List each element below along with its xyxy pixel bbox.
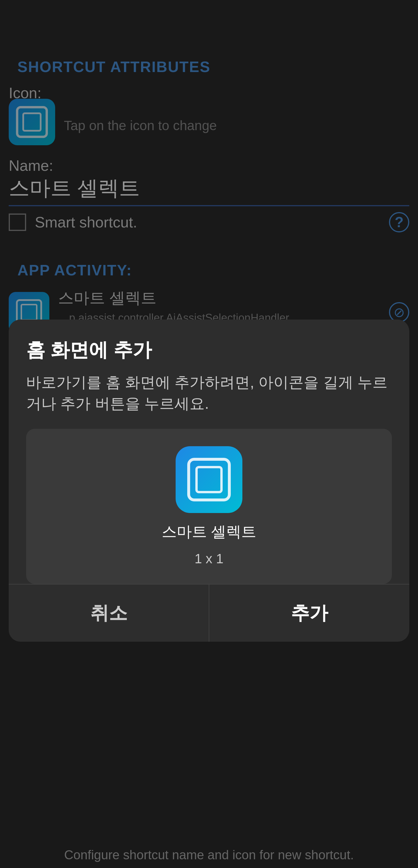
large-app-icon-inner bbox=[187, 458, 231, 501]
app-icon-inner bbox=[16, 106, 48, 138]
icon-preview-name: 스마트 셀렉트 bbox=[162, 522, 256, 542]
name-input-container[interactable]: 스마트 셀렉트 bbox=[9, 174, 409, 206]
smart-shortcut-label: Smart shortcut. bbox=[35, 214, 380, 231]
icon-tap-hint: Tap on the icon to change bbox=[64, 118, 217, 133]
app-icon-preview[interactable] bbox=[9, 99, 55, 145]
smart-shortcut-row: Smart shortcut. ? bbox=[9, 212, 409, 232]
add-confirm-button[interactable]: 추가 bbox=[209, 585, 409, 642]
shortcut-attributes-title: SHORTCUT ATTRIBUTES bbox=[18, 58, 211, 75]
name-label: Name: bbox=[9, 157, 53, 174]
filter-icon[interactable]: ⊘ bbox=[389, 302, 409, 322]
help-icon[interactable]: ? bbox=[389, 212, 409, 232]
name-input-value: 스마트 셀렉트 bbox=[9, 174, 409, 205]
bottom-hint: Configure shortcut name and icon for new… bbox=[9, 848, 409, 862]
icon-preview-size: 1 x 1 bbox=[194, 551, 224, 566]
modal-title: 홈 화면에 추가 bbox=[26, 337, 392, 363]
smart-shortcut-checkbox[interactable] bbox=[9, 214, 26, 231]
large-app-icon bbox=[175, 446, 243, 513]
modal-body: 홈 화면에 추가 바로가기를 홈 화면에 추가하려면, 아이콘을 길게 누르거나… bbox=[9, 319, 409, 584]
modal-dialog: 홈 화면에 추가 바로가기를 홈 화면에 추가하려면, 아이콘을 길게 누르거나… bbox=[9, 319, 409, 642]
modal-description: 바로가기를 홈 화면에 추가하려면, 아이콘을 길게 누르거나 추가 버튼을 누… bbox=[26, 372, 392, 414]
app-activity-title: APP ACTIVITY: bbox=[18, 261, 132, 279]
app-activity-name: 스마트 셀렉트 bbox=[58, 287, 380, 309]
icon-preview-area: 스마트 셀렉트 1 x 1 bbox=[26, 429, 392, 584]
cancel-button[interactable]: 취소 bbox=[9, 585, 209, 642]
modal-buttons: 취소 추가 bbox=[9, 584, 409, 642]
